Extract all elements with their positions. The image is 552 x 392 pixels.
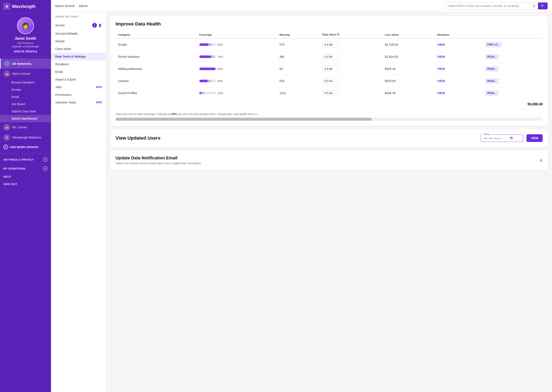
cell-view[interactable]: VIEW xyxy=(435,39,482,51)
sidebar-item-all-networks[interactable]: 🌐 All Networks xyxy=(0,58,51,69)
menu-item-import-export-label: Import & Export xyxy=(55,78,76,81)
cell-missing: 1141 xyxy=(277,87,320,99)
menu-item-permissions[interactable]: Permissions xyxy=(51,91,106,98)
menu-item-class-notes[interactable]: Class Notes xyxy=(51,45,106,53)
cell-view[interactable]: VIEW xyxy=(435,75,482,87)
scrollbar-thumb xyxy=(116,118,372,121)
nav-section: 🌐 All Networks 🏫 Demo School Browse Memb… xyxy=(0,57,51,153)
menu-item-email[interactable]: Email xyxy=(51,68,106,76)
sidebar-item-submit-class-note[interactable]: Submit Class Note xyxy=(0,108,51,115)
cell-action[interactable]: REQU... xyxy=(482,75,543,87)
cell-lost-value: $1,824.00 xyxy=(382,51,435,63)
cell-category: Careers xyxy=(116,75,197,87)
sidebar-item-job-board[interactable]: Job Board xyxy=(0,100,51,108)
cell-data-value: $ 0.40 xyxy=(320,75,382,87)
table-row: Emails 55% 570 $ 4.80 $2,736.00 VIEW xyxy=(116,39,543,51)
settings-plus-icon: + xyxy=(43,157,48,162)
menu-item-account-defaults[interactable]: Account Defaults xyxy=(51,30,106,37)
cell-coverage: 55% xyxy=(197,39,277,51)
menu-item-volunteer-tasks[interactable]: Volunteer Tasks NEW xyxy=(51,98,106,106)
cell-action[interactable]: REQU... xyxy=(482,51,543,63)
menu-item-data-tools-label: Data Tools & Settings xyxy=(55,55,86,58)
add-more-groups-label: ADD MORE GROUPS xyxy=(10,146,38,149)
cell-view[interactable]: VIEW xyxy=(435,63,482,75)
table-row: Mailing Addresses 95% 63 $ 6.80 $428.40 xyxy=(116,63,543,75)
data-health-total: $5,698.40 xyxy=(116,99,543,107)
since-label: Since xyxy=(483,133,491,135)
cell-coverage: 10% xyxy=(197,87,277,99)
sidebar-item-donate[interactable]: Donate xyxy=(0,86,51,93)
wavelength-webinars-icon: 🖥 xyxy=(3,134,10,141)
col-coverage: Coverage xyxy=(197,31,277,39)
cell-action[interactable]: FIND LO... xyxy=(482,39,543,51)
main-wrapper: Demo School › Admin ☰ 🔍 Admin Settings A… xyxy=(51,0,552,392)
sidebar-item-email[interactable]: Email xyxy=(0,93,51,100)
menu-item-account-defaults-label: Account Defaults xyxy=(55,32,78,35)
wavelength-webinars-label: Wavelength Webinars xyxy=(12,136,41,139)
cell-lost-value: $253.60 xyxy=(382,75,435,87)
breadcrumb-school[interactable]: Demo School xyxy=(55,4,74,8)
chevron-down-icon[interactable]: ∨ xyxy=(539,158,543,163)
cell-data-value: $ 4.80 xyxy=(320,39,382,51)
data-health-title: Improve Data Health xyxy=(116,21,543,27)
search-submit-button[interactable]: 🔍 xyxy=(538,3,548,9)
col-data-value: Data Value ⓘ xyxy=(320,31,382,39)
menu-item-volunteer-tasks-label: Volunteer Tasks xyxy=(55,101,76,104)
demo-school-label: Demo School xyxy=(12,72,30,75)
since-date-input-wrap: Since xyxy=(481,134,523,142)
sidebar: 🖥 Wavelength 👩 Janet Smith San Francisco… xyxy=(0,0,51,392)
all-networks-icon: 🌐 xyxy=(4,61,10,67)
col-action xyxy=(482,31,543,39)
table-row: Social Profiles 10% 1141 $ 0.40 $456.40 xyxy=(116,87,543,99)
cell-category: Social Profiles xyxy=(116,87,197,99)
menu-item-jobs[interactable]: Jobs NEW xyxy=(51,83,106,91)
menu-item-email-label: Email xyxy=(55,70,63,74)
access-badge: 1 xyxy=(92,23,97,28)
add-more-groups-button[interactable]: + ADD MORE GROUPS xyxy=(0,143,51,152)
profile-section: 👩 Janet Smith San Francisco Engineer at … xyxy=(0,13,51,57)
help-button[interactable]: HELP xyxy=(0,173,51,180)
notification-subtitle: Select who should receive emails when us… xyxy=(116,162,201,165)
sidebar-item-mt-carmel[interactable]: 🏫 Mt. Carmel xyxy=(0,122,51,132)
menu-item-jobs-label: Jobs xyxy=(55,85,62,89)
cell-data-value: $ 0.40 xyxy=(320,87,382,99)
view-updated-button[interactable]: VIEW xyxy=(526,134,543,142)
view-updated-row: View Updated Users Since VIEW xyxy=(116,134,543,142)
my-donations-button[interactable]: MY DONATIONS + xyxy=(0,164,51,173)
sidebar-item-admin-dashboard[interactable]: Admin Dashboard xyxy=(0,115,51,122)
logo[interactable]: 🖥 Wavelength xyxy=(0,0,51,13)
mt-carmel-icon: 🏫 xyxy=(3,124,10,131)
since-date-input[interactable] xyxy=(483,136,513,140)
mt-carmel-label: Mt. Carmel xyxy=(12,126,27,129)
menu-item-donations[interactable]: Donations xyxy=(51,60,106,68)
cell-view[interactable]: VIEW xyxy=(435,51,482,63)
avatar: 👩 xyxy=(17,17,34,34)
content-body: Admin Settings Access 1 👤 Account Defaul… xyxy=(51,12,552,392)
search-bar: ☰ 🔍 xyxy=(446,2,548,10)
menu-item-activity[interactable]: Activity xyxy=(51,37,106,45)
cell-action[interactable]: REQU... xyxy=(482,87,543,99)
cell-data-value: $ 4.80 xyxy=(320,51,382,63)
donations-plus-icon: + xyxy=(43,166,48,171)
horizontal-scrollbar[interactable] xyxy=(116,118,543,121)
search-filter-button[interactable]: ☰ xyxy=(530,3,538,9)
cell-view[interactable]: VIEW xyxy=(435,87,482,99)
menu-item-import-export[interactable]: Import & Export xyxy=(51,76,106,83)
cell-action[interactable]: REQU... xyxy=(482,63,543,75)
update-profile-button[interactable]: UPDATE PROFILE xyxy=(14,50,37,53)
sidebar-item-browse-members[interactable]: Browse Members xyxy=(0,79,51,86)
my-donations-label: MY DONATIONS xyxy=(3,167,26,170)
all-networks-label: All Networks xyxy=(12,62,31,65)
admin-settings-menu: Admin Settings Access 1 👤 Account Defaul… xyxy=(51,12,106,392)
menu-item-access[interactable]: Access 1 👤 xyxy=(51,21,106,30)
sidebar-item-demo-school[interactable]: 🏫 Demo School xyxy=(0,69,51,79)
cell-lost-value: $2,736.00 xyxy=(382,39,435,51)
search-input[interactable] xyxy=(446,3,530,9)
sign-out-button[interactable]: SIGN OUT xyxy=(0,180,51,188)
table-row: Phone Numbers 70% 380 $ 4.80 $1,824.00 V xyxy=(116,51,543,63)
menu-item-data-tools[interactable]: Data Tools & Settings xyxy=(51,53,106,60)
cell-missing: 63 xyxy=(277,63,320,75)
sidebar-item-wavelength-webinars[interactable]: 🖥 Wavelength Webinars xyxy=(0,132,51,143)
settings-privacy-button[interactable]: SETTINGS & PRIVACY + xyxy=(0,155,51,164)
notification-content: Update Data Notification Email Select wh… xyxy=(116,155,201,165)
